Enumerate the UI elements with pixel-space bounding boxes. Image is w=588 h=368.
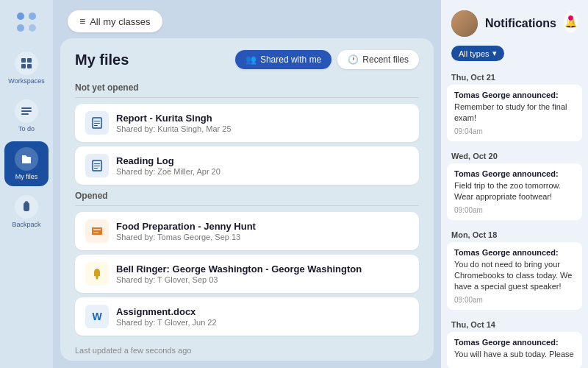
files-header: My files 👥 Shared with me 🕐 Recent files [60,38,434,77]
shared-label: Shared with me [260,54,321,65]
section-not-opened: Not yet opened [75,82,419,98]
file-name-assignment: Assignment.docx [116,306,409,317]
file-icon-bell [85,262,109,286]
file-icon-assignment: W [85,305,109,328]
svg-point-2 [17,24,24,32]
notif-message-1-0: Field trip to the zoo tomorrow. Wear app… [454,180,575,203]
file-name-food: Food Preparation - Jenny Hunt [116,221,409,232]
svg-rect-7 [27,64,32,68]
notif-card-1-0: Tomas George announced: Field trip to th… [447,163,582,220]
file-card-bell[interactable]: Bell Ringer: George Washington - George … [75,255,419,293]
file-icon-reading [85,154,109,177]
svg-point-25 [96,277,98,280]
clock-icon: 🕐 [348,54,359,65]
notifications-title: Notifications [485,17,556,30]
notif-date-2: Mon, Oct 18 [447,224,582,242]
shared-with-me-button[interactable]: 👥 Shared with me [235,50,331,69]
sidebar-item-workspaces[interactable]: Workspaces [4,46,49,91]
notif-time-2-0: 09:00am [454,296,575,304]
sidebar: Workspaces To do My files Backpa [0,0,53,368]
notif-card-3-0: Tomas George announced: You will have a … [447,332,582,368]
file-icon-food [85,219,109,243]
svg-rect-12 [24,206,29,208]
file-card-report[interactable]: Report - Kurita Singh Shared by: Kurita … [75,104,419,142]
file-meta-reading: Shared by: Zoë Miller, Apr 20 [116,167,409,176]
files-footer: Last updated a few seconds ago [60,340,434,361]
file-icon-report [85,111,109,135]
sidebar-label-workspaces: Workspaces [8,77,44,85]
notif-header: Notifications 🔔 [441,0,588,43]
svg-rect-4 [21,58,26,63]
svg-rect-20 [94,168,98,169]
sidebar-item-todo[interactable]: To do [4,93,49,138]
file-info-report: Report - Kurita Singh Shared by: Kurita … [116,113,409,133]
svg-point-1 [29,13,36,20]
sidebar-label-backpack: Backpack [12,221,40,228]
sidebar-item-myfiles[interactable]: My files [4,141,49,186]
todo-icon [15,99,38,123]
avatar [451,10,478,37]
sidebar-label-todo: To do [18,125,35,132]
chevron-down-icon: ▾ [492,49,497,58]
app-logo [13,9,40,35]
svg-rect-19 [94,166,100,166]
svg-rect-5 [27,58,32,63]
notif-date-0: Thu, Oct 21 [447,67,582,85]
svg-rect-9 [21,110,32,112]
svg-point-0 [17,13,24,20]
notif-time-0-0: 09:04am [454,127,575,135]
svg-rect-15 [94,123,100,124]
section-opened: Opened [75,191,419,206]
svg-rect-6 [21,64,26,68]
svg-rect-18 [94,163,100,164]
file-info-assignment: Assignment.docx Shared by: T Glover, Jun… [116,306,409,327]
all-classes-button[interactable]: ≡ All my classes [68,10,162,32]
notifications-panel: Notifications 🔔 All types ▾ Thu, Oct 21 … [441,0,588,368]
recent-label: Recent files [362,54,409,65]
file-meta-bell: Shared by: T Glover, Sep 03 [116,275,409,284]
file-meta-assignment: Shared by: T Glover, Jun 22 [116,318,409,327]
notif-scroll[interactable]: Thu, Oct 21 Tomas George announced: Reme… [441,67,588,368]
main-content: ≡ All my classes My files 👥 Shared with … [53,0,441,368]
notif-card-2-0: Tomas George announced: You do not need … [447,242,582,310]
files-actions: 👥 Shared with me 🕐 Recent files [235,50,419,69]
file-meta-food: Shared by: Tomas George, Sep 13 [116,233,409,241]
file-info-reading: Reading Log Shared by: Zoë Miller, Apr 2… [116,155,409,176]
sidebar-item-backpack[interactable]: Backpack [4,189,49,234]
sidebar-label-myfiles: My files [15,173,38,180]
notif-time-1-0: 09:00am [454,206,575,214]
recent-files-button[interactable]: 🕐 Recent files [337,50,419,69]
myfiles-icon [15,147,38,171]
topbar: ≡ All my classes [53,0,441,38]
file-card-reading[interactable]: Reading Log Shared by: Zoë Miller, Apr 2… [75,146,419,185]
notif-message-0-0: Remember to study for the final exam! [454,102,575,124]
notif-message-3-0: You will have a sub today. Please [454,349,575,360]
file-info-food: Food Preparation - Jenny Hunt Shared by:… [116,221,409,241]
files-title: My files [75,52,129,68]
notif-author-2-0: Tomas George announced: [454,248,575,257]
backpack-icon [15,195,38,219]
file-info-bell: Bell Ringer: George Washington - George … [116,263,409,284]
shared-icon: 👥 [245,54,257,65]
notif-author-0-0: Tomas George announced: [454,91,575,99]
files-scroll[interactable]: Not yet opened Report - Kurita Singh Sha… [60,77,434,340]
all-classes-label: All my classes [90,16,150,27]
filter-button[interactable]: All types ▾ [451,46,504,61]
svg-rect-10 [21,113,29,115]
notif-card-0-0: Tomas George announced: Remember to stud… [447,85,582,141]
svg-rect-8 [21,107,32,109]
bell-icon[interactable]: 🔔 [564,11,578,33]
file-card-assignment[interactable]: W Assignment.docx Shared by: T Glover, J… [75,297,419,336]
svg-rect-21 [92,227,102,235]
svg-point-3 [29,24,36,32]
file-name-reading: Reading Log [116,155,409,166]
file-meta-report: Shared by: Kurita Singh, Mar 25 [116,124,409,133]
files-area: My files 👥 Shared with me 🕐 Recent files… [60,38,434,361]
file-name-report: Report - Kurita Singh [116,113,409,124]
file-name-bell: Bell Ringer: George Washington - George … [116,263,409,275]
notif-message-2-0: You do not need to bring your Chromebook… [454,259,575,293]
notif-author-3-0: Tomas George announced: [454,338,575,347]
file-card-food[interactable]: Food Preparation - Jenny Hunt Shared by:… [75,212,419,250]
filter-row: All types ▾ [441,43,588,67]
hamburger-icon: ≡ [79,15,85,27]
